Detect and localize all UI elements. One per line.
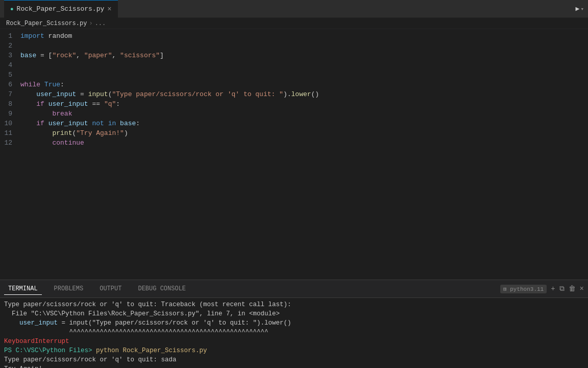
line-number: 2: [0, 41, 20, 51]
code-line: 5: [0, 70, 588, 80]
terminal-line: KeyboardInterrupt: [4, 337, 584, 346]
breadcrumb-rest: ...: [95, 20, 106, 27]
run-button[interactable]: ▶ ▾: [576, 5, 584, 13]
terminal-line: Type paper/scissors/rock or 'q' to quit:…: [4, 355, 584, 364]
line-number: 4: [0, 60, 20, 70]
breadcrumb: Rock_Paper_Scissors.py › ...: [0, 18, 588, 29]
code-line: 3base = ["rock", "paper", "scissors"]: [0, 51, 588, 60]
tab-output[interactable]: OUTPUT: [95, 283, 126, 294]
code-line: 11 print("Try Again!"): [0, 128, 588, 138]
terminal-line: Try Again!: [4, 364, 584, 368]
terminal-line: PS C:\VSC\Python Files> python Rock_Pape…: [4, 346, 584, 355]
breadcrumb-file[interactable]: Rock_Paper_Scissors.py: [6, 20, 87, 27]
kill-terminal-icon[interactable]: 🗑: [569, 285, 576, 293]
file-tab[interactable]: ● Rock_Paper_Scissors.py ×: [4, 0, 118, 18]
title-bar: ● Rock_Paper_Scissors.py × ▶ ▾: [0, 0, 588, 18]
line-content: base = ["rock", "paper", "scissors"]: [20, 51, 588, 60]
line-number: 12: [0, 138, 20, 148]
line-number: 6: [0, 80, 20, 89]
line-content: user_input = input("Type paper/scissors/…: [20, 89, 588, 99]
terminal-actions: ⊞ python3.11 + ⧉ 🗑 ×: [500, 285, 584, 293]
tab-debug-console[interactable]: DEBUG CONSOLE: [134, 283, 190, 294]
code-line: 4: [0, 60, 588, 70]
code-line: 9 break: [0, 109, 588, 119]
tab-close-button[interactable]: ×: [107, 5, 111, 13]
code-line: 2: [0, 41, 588, 51]
terminal-line: user_input = input("Type paper/scissors/…: [4, 318, 584, 328]
terminal-line: File "C:\VSC\Python Files\Rock_Paper_Sci…: [4, 309, 584, 318]
terminal-line: ^^^^^^^^^^^^^^^^^^^^^^^^^^^^^^^^^^^^^^^^…: [4, 328, 584, 337]
add-terminal-icon[interactable]: +: [551, 285, 555, 293]
line-number: 10: [0, 119, 20, 128]
tab-terminal[interactable]: TERMINAL: [4, 283, 42, 295]
code-line: 12 continue: [0, 138, 588, 148]
line-number: 1: [0, 31, 20, 41]
line-content: import random: [20, 31, 588, 41]
breadcrumb-separator: ›: [89, 20, 92, 27]
code-line: 8 if user_input == "q":: [0, 99, 588, 109]
line-content: continue: [20, 138, 588, 148]
python-version-label: ⊞ python3.11: [500, 285, 547, 293]
line-number: 3: [0, 51, 20, 60]
line-content: print("Try Again!"): [20, 128, 588, 138]
terminal-content[interactable]: Type paper/scissors/rock or 'q' to quit:…: [0, 298, 588, 368]
close-panel-icon[interactable]: ×: [580, 285, 584, 293]
line-content: if user_input == "q":: [20, 99, 588, 109]
terminal-line: Type paper/scissors/rock or 'q' to quit:…: [4, 300, 584, 309]
line-number: 11: [0, 128, 20, 138]
python-file-icon: ●: [10, 6, 14, 12]
split-terminal-icon[interactable]: ⧉: [559, 285, 565, 293]
code-line: 6while True:: [0, 80, 588, 89]
code-line: 7 user_input = input("Type paper/scissor…: [0, 89, 588, 99]
line-content: if user_input not in base:: [20, 119, 588, 128]
code-line: 10 if user_input not in base:: [0, 119, 588, 128]
line-content: break: [20, 109, 588, 119]
code-editor[interactable]: 1import random23base = ["rock", "paper",…: [0, 29, 588, 280]
line-content: while True:: [20, 80, 588, 89]
line-number: 5: [0, 70, 20, 80]
line-number: 8: [0, 99, 20, 109]
terminal-tabs: TERMINAL PROBLEMS OUTPUT DEBUG CONSOLE ⊞…: [0, 280, 588, 298]
line-number: 7: [0, 89, 20, 99]
tab-filename: Rock_Paper_Scissors.py: [17, 5, 105, 13]
tab-problems[interactable]: PROBLEMS: [50, 283, 88, 294]
line-number: 9: [0, 109, 20, 119]
code-line: 1import random: [0, 31, 588, 41]
terminal-container: TERMINAL PROBLEMS OUTPUT DEBUG CONSOLE ⊞…: [0, 280, 588, 368]
